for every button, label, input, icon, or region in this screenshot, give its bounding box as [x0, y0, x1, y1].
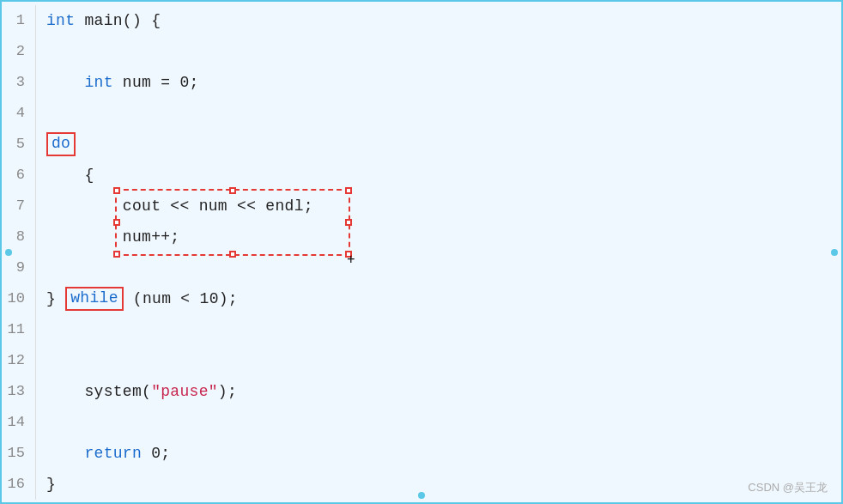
code-line-3: 3 int num = 0;: [2, 67, 841, 98]
line-content-7: cout << num << endl;: [46, 191, 841, 222]
line-number-6: 6: [2, 160, 36, 191]
code-text-16: }: [46, 469, 56, 500]
code-line-9: 9: [2, 252, 841, 283]
line-content-13: system("pause");: [46, 376, 841, 407]
code-line-4: 4: [2, 98, 841, 129]
code-text-8: num++;: [123, 222, 180, 252]
line-number-15: 15: [2, 438, 36, 469]
keyword-int-3: int: [84, 67, 112, 98]
code-text-7: cout << num << endl;: [123, 191, 313, 222]
code-text-15: 0;: [151, 438, 170, 469]
left-handle-dot: [5, 249, 12, 256]
line-number-13: 13: [2, 376, 36, 407]
code-line-6: 6 {: [2, 160, 841, 191]
code-condition-10: (num < 10);: [124, 283, 238, 314]
code-editor: 1 int main() { 2 3 int num = 0; 4 5: [0, 0, 843, 504]
line-number-7: 7: [2, 191, 36, 222]
line-content-5: do: [46, 132, 841, 156]
line-content-1: int main() {: [46, 5, 841, 36]
line-number-5: 5: [2, 129, 36, 160]
code-line-13: 13 system("pause");: [2, 376, 841, 407]
code-line-15: 15 return 0;: [2, 438, 841, 469]
line-number-10: 10: [2, 283, 36, 314]
line-number-2: 2: [2, 36, 36, 67]
code-text-6: {: [84, 160, 94, 191]
line-content-15: return 0;: [46, 438, 841, 469]
keyword-int: int: [46, 5, 75, 36]
code-area: 1 int main() { 2 3 int num = 0; 4 5: [2, 2, 841, 503]
code-line-16: 16 }: [2, 469, 841, 500]
code-line-1: 1 int main() {: [2, 5, 841, 36]
code-text-13b: );: [218, 376, 237, 407]
line-content-3: int num = 0;: [46, 67, 841, 98]
line-number-3: 3: [2, 67, 36, 98]
keyword-return: return: [84, 438, 142, 469]
code-line-12: 12: [2, 345, 841, 376]
code-line-10: 10 } while (num < 10);: [2, 283, 841, 314]
line-content-16: }: [46, 469, 841, 500]
line-number-9: 9: [2, 252, 36, 283]
line-number-14: 14: [2, 407, 36, 438]
line-content-10: } while (num < 10);: [46, 283, 841, 314]
line-number-16: 16: [2, 469, 36, 500]
code-text-3: num = 0;: [123, 67, 199, 98]
code-line-11: 11: [2, 314, 841, 345]
line-number-1: 1: [2, 5, 36, 36]
code-line-2: 2: [2, 36, 841, 67]
code-text-13a: system(: [84, 376, 151, 407]
keyword-do-box: do: [46, 132, 76, 156]
code-line-7: 7 cout << num << endl;: [2, 191, 841, 222]
code-line-8: 8 num++;: [2, 222, 841, 252]
line-number-4: 4: [2, 98, 36, 129]
keyword-while-box: while: [65, 287, 124, 311]
line-content-8: num++;: [46, 222, 841, 252]
branding: CSDN @吴王龙: [748, 480, 828, 495]
code-text: main() {: [84, 5, 161, 36]
code-brace-10: }: [46, 283, 65, 314]
code-line-14: 14: [2, 407, 841, 438]
line-number-11: 11: [2, 314, 36, 345]
code-line-5: 5 do: [2, 129, 841, 160]
line-number-12: 12: [2, 345, 36, 376]
line-number-8: 8: [2, 222, 36, 252]
string-pause: "pause": [151, 376, 218, 407]
line-content-6: {: [46, 160, 841, 191]
